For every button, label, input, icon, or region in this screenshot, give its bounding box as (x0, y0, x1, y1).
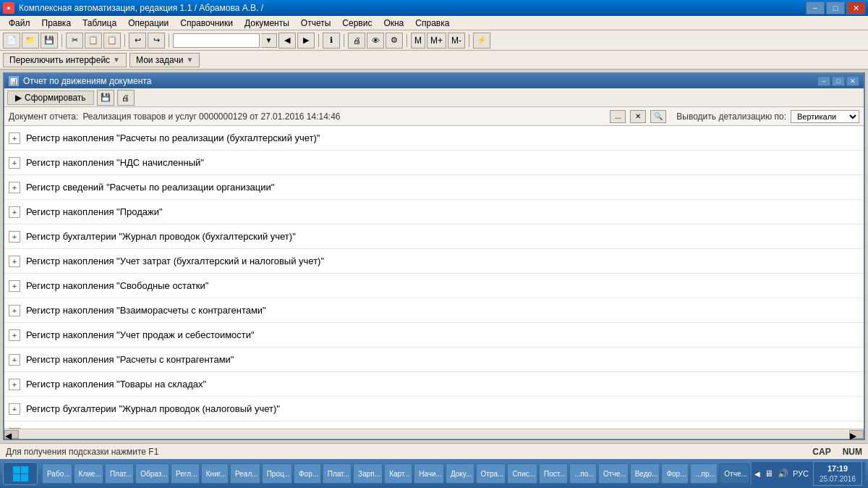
menu-documents[interactable]: Документы (239, 17, 295, 30)
toolbar-new[interactable]: 📄 (3, 33, 20, 49)
taskbar-item[interactable]: Зарп... (353, 463, 383, 484)
close-button[interactable]: ✕ (846, 1, 865, 14)
report-print-btn[interactable]: 🖨 (117, 90, 135, 106)
form-button[interactable]: ▶ Сформировать (7, 91, 94, 105)
report-minimize-btn[interactable]: − (817, 76, 830, 86)
taskbar-item[interactable]: Рабо... (42, 463, 72, 484)
expand-button[interactable]: + (9, 256, 20, 267)
report-item[interactable]: +Регистр накопления "Продажи" (4, 200, 864, 224)
report-content[interactable]: +Регистр накопления "Расчеты по реализац… (4, 126, 864, 429)
taskbar-item[interactable]: Клие... (74, 463, 103, 484)
toolbar-settings[interactable]: ⚙ (386, 33, 403, 49)
report-item[interactable]: +Регистр накопления "Расчеты по реализац… (4, 126, 864, 151)
report-item[interactable]: +Регистр накопления "НДС начисленный" (4, 151, 864, 175)
toolbar-mplus[interactable]: M+ (427, 33, 446, 49)
report-close-btn[interactable]: ✕ (846, 76, 859, 86)
scroll-left-btn[interactable]: ◀ (4, 430, 19, 439)
detail-select[interactable]: Вертикали Горизонтали (791, 110, 859, 123)
expand-button[interactable]: + (9, 182, 20, 193)
taskbar-item[interactable]: Образ... (135, 463, 169, 484)
expand-button[interactable]: + (9, 305, 20, 316)
toolbar-redo[interactable]: ↪ (148, 33, 165, 49)
menu-references[interactable]: Справочники (174, 17, 239, 30)
toolbar-cut[interactable]: ✂ (66, 33, 83, 49)
expand-button[interactable]: + (9, 354, 20, 366)
doc-clear-btn[interactable]: ✕ (630, 110, 646, 123)
menu-table[interactable]: Таблица (77, 17, 122, 30)
report-item[interactable]: +Регистр накопления "Учет затрат (бухгал… (4, 249, 864, 274)
report-save-btn[interactable]: 💾 (97, 90, 114, 106)
toolbar-print[interactable]: 🖨 (348, 33, 365, 49)
search-input[interactable] (173, 33, 260, 48)
expand-button[interactable]: + (9, 280, 20, 292)
expand-button[interactable]: + (9, 231, 20, 243)
toolbar-search-btn[interactable]: ◀ (278, 33, 296, 49)
report-item[interactable]: +Регистр накопления "Расчеты с контраген… (4, 348, 864, 372)
expand-button[interactable]: + (9, 132, 20, 144)
taskbar-item[interactable]: Регл... (171, 463, 200, 484)
report-maximize-btn[interactable]: □ (832, 76, 845, 86)
taskbar-item[interactable]: Доку... (446, 463, 475, 484)
start-button[interactable] (3, 462, 38, 485)
maximize-button[interactable]: □ (826, 1, 845, 14)
taskbar-item[interactable]: Карт... (384, 463, 412, 484)
toolbar-open[interactable]: 📁 (22, 33, 39, 49)
taskbar-item[interactable]: Отче... (719, 463, 749, 484)
doc-search-btn[interactable]: 🔍 (650, 110, 666, 123)
toolbar-info[interactable]: ℹ (323, 33, 340, 49)
toolbar-m[interactable]: M (411, 33, 425, 49)
toolbar-undo[interactable]: ↩ (129, 33, 146, 49)
taskbar-item[interactable]: Начи... (414, 463, 444, 484)
taskbar-item[interactable]: ...по... (569, 463, 597, 484)
taskbar-item[interactable]: Фор... (661, 463, 689, 484)
report-item[interactable]: +Регистр накопления "Взаиморасчеты с кон… (4, 298, 864, 323)
toolbar-mminus[interactable]: M- (448, 33, 465, 49)
expand-button[interactable]: + (9, 329, 20, 341)
menu-operations[interactable]: Операции (122, 17, 174, 30)
menu-windows[interactable]: Окна (378, 17, 409, 30)
toolbar-copy[interactable]: 📋 (85, 33, 102, 49)
menu-service[interactable]: Сервис (336, 17, 378, 30)
report-item[interactable]: +Регистр накопления "Товары организаций" (4, 421, 864, 429)
expand-button[interactable]: + (9, 379, 20, 390)
switch-interface-btn[interactable]: Переключить интерфейс ▼ (3, 53, 127, 67)
tray-arrow-icon[interactable]: ◀ (754, 470, 760, 478)
taskbar-item[interactable]: Ведо... (630, 463, 660, 484)
toolbar-save[interactable]: 💾 (41, 33, 58, 49)
expand-button[interactable]: + (9, 206, 20, 218)
minimize-button[interactable]: − (806, 1, 825, 14)
report-item[interactable]: +Регистр бухгалтерии "Журнал проводок (б… (4, 224, 864, 249)
taskbar-item[interactable]: Плат... (105, 463, 134, 484)
taskbar-item[interactable]: Плат... (323, 463, 352, 484)
search-dropdown[interactable]: ▼ (261, 33, 277, 48)
expand-button[interactable]: + (9, 157, 20, 169)
report-item[interactable]: +Регистр накопления "Свободные остатки" (4, 274, 864, 298)
horizontal-scrollbar[interactable]: ◀ ▶ (4, 429, 864, 439)
toolbar-preview[interactable]: 👁 (367, 33, 384, 49)
report-item[interactable]: +Регистр накопления "Учет продаж и себес… (4, 323, 864, 348)
taskbar-item[interactable]: Книг... (201, 463, 229, 484)
scroll-right-btn[interactable]: ▶ (849, 430, 864, 439)
taskbar-item[interactable]: ...пр... (690, 463, 718, 484)
toolbar-lightning[interactable]: ⚡ (473, 33, 490, 49)
taskbar-item[interactable]: Отра... (476, 463, 506, 484)
menu-help[interactable]: Справка (409, 17, 455, 30)
my-tasks-btn[interactable]: Мои задачи ▼ (129, 53, 200, 67)
taskbar-item[interactable]: Спис... (507, 463, 537, 484)
menu-reports[interactable]: Отчеты (295, 17, 336, 30)
menu-file[interactable]: Файл (3, 17, 36, 30)
taskbar-item[interactable]: Отче... (598, 463, 629, 484)
report-item[interactable]: +Регистр бухгалтерии "Журнал проводок (н… (4, 397, 864, 421)
taskbar-item[interactable]: Пост... (539, 463, 568, 484)
toolbar-paste[interactable]: 📋 (103, 33, 121, 49)
scroll-track[interactable] (19, 431, 849, 438)
menu-edit[interactable]: Правка (36, 17, 77, 30)
doc-select-btn[interactable]: ... (610, 110, 626, 123)
taskbar-item[interactable]: Реал... (230, 463, 260, 484)
expand-button[interactable]: + (9, 403, 20, 415)
report-item[interactable]: +Регистр сведений "Расчеты по реализации… (4, 175, 864, 200)
taskbar-item[interactable]: Проц... (262, 463, 292, 484)
toolbar-search-next[interactable]: ▶ (297, 33, 315, 49)
report-item[interactable]: +Регистр накопления "Товары на складах" (4, 372, 864, 397)
taskbar-item[interactable]: Фор... (294, 463, 321, 484)
